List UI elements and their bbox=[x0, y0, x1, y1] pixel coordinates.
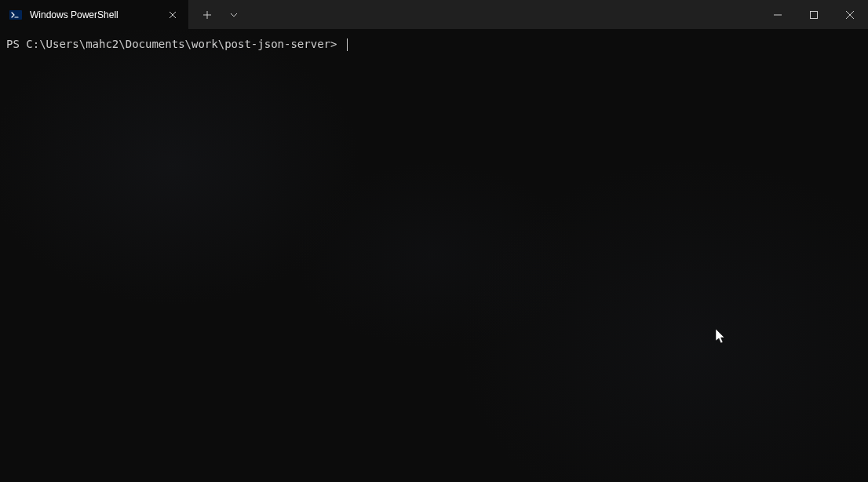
new-tab-button[interactable] bbox=[195, 2, 220, 27]
tab-actions bbox=[188, 0, 246, 29]
tab-close-button[interactable] bbox=[165, 7, 181, 23]
terminal-cursor bbox=[347, 38, 348, 51]
prompt-text: PS C:\Users\mahc2\Documents\work\post-js… bbox=[6, 37, 344, 53]
tab-powershell[interactable]: Windows PowerShell bbox=[0, 0, 188, 29]
window-controls bbox=[760, 0, 868, 29]
tab-title: Windows PowerShell bbox=[30, 9, 165, 20]
terminal-area[interactable]: PS C:\Users\mahc2\Documents\work\post-js… bbox=[0, 29, 868, 482]
minimize-button[interactable] bbox=[760, 0, 796, 29]
prompt-line: PS C:\Users\mahc2\Documents\work\post-js… bbox=[6, 37, 862, 53]
svg-rect-2 bbox=[811, 11, 818, 18]
powershell-icon bbox=[9, 9, 22, 21]
title-bar: Windows PowerShell bbox=[0, 0, 868, 29]
maximize-button[interactable] bbox=[796, 0, 832, 29]
tab-dropdown-button[interactable] bbox=[221, 2, 246, 27]
close-button[interactable] bbox=[832, 0, 868, 29]
svg-rect-0 bbox=[9, 10, 22, 20]
